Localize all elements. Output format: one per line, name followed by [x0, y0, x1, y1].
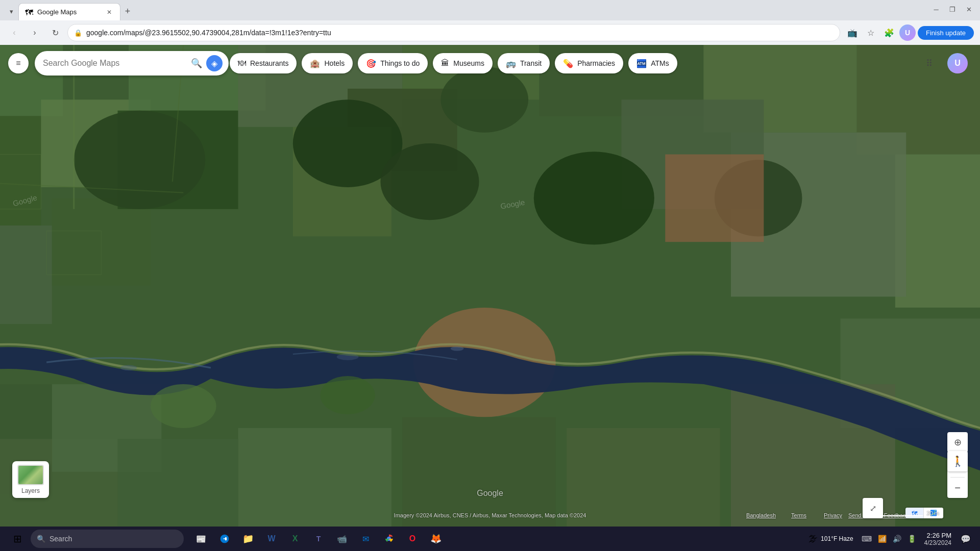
- google-watermark: Google: [477, 489, 503, 498]
- bangladesh-link[interactable]: Bangladesh: [746, 512, 776, 518]
- pharmacies-label: Pharmacies: [577, 59, 615, 67]
- location-button[interactable]: ⊕: [947, 432, 968, 453]
- svg-point-41: [151, 384, 216, 428]
- finish-update-button[interactable]: Finish update: [918, 26, 974, 40]
- taskbar-search[interactable]: 🔍 Search: [31, 530, 184, 548]
- privacy-link[interactable]: Privacy: [824, 512, 842, 518]
- taskbar-teams[interactable]: T: [307, 528, 330, 550]
- layers-label: Layers: [21, 487, 40, 494]
- restaurants-icon: 🍽: [238, 59, 246, 68]
- taskbar-widgets[interactable]: 📰: [190, 528, 212, 550]
- tray-volume[interactable]: 🔊: [891, 533, 903, 545]
- nav-bar: ‹ › ↻ 🔒 google.com/maps/@23.9615502,90.4…: [0, 20, 980, 45]
- map-container[interactable]: Google Google ≡ 🔍 ◈: [0, 45, 980, 527]
- pegman-button[interactable]: 🚶: [947, 451, 968, 471]
- bookmark-button[interactable]: ☆: [863, 24, 879, 41]
- scale-line: [882, 515, 923, 516]
- extensions-button[interactable]: 🧩: [881, 24, 897, 41]
- categories-bar: 🍽 Restaurants 🏨 Hotels 🎯 Things to do 🏛 …: [230, 53, 677, 73]
- clock-widget[interactable]: 2:26 PM 4/23/2024: [920, 530, 955, 548]
- weather-icon: 🌫: [808, 534, 818, 544]
- browser-frame: ▾ 🗺 Google Maps ✕ + ─ ❐ ✕ ‹ › ↻ 🔒 google…: [0, 0, 980, 551]
- reload-button[interactable]: ↻: [47, 24, 63, 41]
- profile-avatar[interactable]: U: [899, 24, 916, 41]
- taskbar-mail[interactable]: ✉: [354, 528, 377, 550]
- taskbar-edge[interactable]: [213, 528, 236, 550]
- tab-list-button[interactable]: ▾: [4, 4, 18, 18]
- clock-date: 4/23/2024: [924, 539, 951, 546]
- scale-bar: 20 m: [882, 510, 939, 516]
- tray-battery[interactable]: 🔋: [905, 533, 918, 545]
- minimize-button[interactable]: ─: [929, 2, 943, 16]
- svg-rect-24: [665, 155, 764, 242]
- transit-button[interactable]: 🚌 Transit: [498, 53, 550, 73]
- svg-point-18: [74, 111, 205, 209]
- things-to-do-label: Things to do: [380, 59, 420, 67]
- tab-close-button[interactable]: ✕: [105, 8, 114, 17]
- pharmacies-button[interactable]: 💊 Pharmacies: [555, 53, 623, 73]
- museums-icon: 🏛: [441, 59, 449, 68]
- transit-icon: 🚌: [506, 59, 516, 68]
- maps-search-bar[interactable]: 🔍 ◈: [35, 51, 229, 76]
- atms-icon: 🏧: [636, 59, 647, 68]
- tray-icons: ⌨ 📶 🔊 🔋: [860, 533, 918, 545]
- address-bar[interactable]: 🔒 google.com/maps/@23.9615502,90.4739004…: [67, 24, 840, 41]
- expand-map-button[interactable]: ⤢: [863, 498, 883, 518]
- new-tab-button[interactable]: +: [120, 4, 135, 18]
- close-button[interactable]: ✕: [962, 2, 976, 16]
- things-to-do-button[interactable]: 🎯 Things to do: [358, 53, 428, 73]
- museums-button[interactable]: 🏛 Museums: [433, 53, 493, 73]
- lock-icon: 🔒: [74, 29, 82, 37]
- active-tab[interactable]: 🗺 Google Maps ✕: [18, 3, 120, 20]
- taskbar-meet[interactable]: 📹: [331, 528, 353, 550]
- layers-thumbnail: [17, 465, 44, 485]
- taskbar-icons: 📰 📁 W X T 📹 ✉ O 🦊: [190, 528, 447, 550]
- nav-bar-right: 📺 ☆ 🧩 U Finish update: [844, 24, 974, 41]
- zoom-out-button[interactable]: −: [947, 478, 968, 498]
- notification-button[interactable]: 💬: [958, 531, 974, 547]
- restaurants-label: Restaurants: [250, 59, 288, 67]
- start-button[interactable]: ⊞: [6, 528, 29, 550]
- taskbar-excel[interactable]: X: [284, 528, 306, 550]
- terms-link[interactable]: Terms: [791, 512, 806, 518]
- scale-label: 20 m: [927, 510, 939, 516]
- cast-button[interactable]: 📺: [844, 24, 861, 41]
- maps-menu-button[interactable]: ≡: [8, 53, 29, 73]
- taskbar-firefox[interactable]: 🦊: [425, 528, 447, 550]
- pharmacies-icon: 💊: [563, 59, 573, 68]
- tab-bar-left: ▾: [4, 4, 18, 20]
- tab-bar: ▾ 🗺 Google Maps ✕ + ─ ❐ ✕: [0, 0, 980, 20]
- restaurants-button[interactable]: 🍽 Restaurants: [230, 53, 297, 73]
- atms-button[interactable]: 🏧 ATMs: [628, 53, 677, 73]
- maps-search-input[interactable]: [43, 59, 187, 68]
- system-tray: 🌫 101°F Haze ⌨ 📶 🔊 🔋 2:26 PM 4/23/2024 💬: [804, 530, 974, 548]
- taskbar-opera[interactable]: O: [401, 528, 424, 550]
- svg-rect-34: [238, 428, 391, 527]
- tab-title: Google Maps: [37, 8, 101, 16]
- map-background: Google Google: [0, 45, 980, 527]
- maps-search-icon[interactable]: 🔍: [191, 58, 202, 69]
- taskbar-search-icon: 🔍: [37, 535, 45, 543]
- clock-time: 2:26 PM: [927, 532, 951, 539]
- weather-widget[interactable]: 🌫 101°F Haze: [804, 532, 857, 546]
- taskbar-search-text: Search: [50, 535, 72, 543]
- svg-point-42: [320, 376, 375, 414]
- restore-button[interactable]: ❐: [945, 2, 960, 16]
- back-button[interactable]: ‹: [6, 24, 22, 41]
- maps-apps-button[interactable]: ⠿: [919, 53, 939, 73]
- forward-button[interactable]: ›: [27, 24, 43, 41]
- tray-wifi[interactable]: 📶: [876, 533, 889, 545]
- svg-point-22: [534, 152, 654, 244]
- taskbar-explorer[interactable]: 📁: [237, 528, 259, 550]
- maps-profile-button[interactable]: U: [947, 53, 968, 73]
- tray-keyboard[interactable]: ⌨: [860, 533, 874, 545]
- maps-directions-icon[interactable]: ◈: [206, 55, 223, 71]
- layers-button[interactable]: Layers: [12, 461, 49, 498]
- map-copyright: Imagery ©2024 Airbus, CNES / Airbus, Max…: [394, 512, 586, 518]
- taskbar-chrome[interactable]: [378, 528, 400, 550]
- things-to-do-icon: 🎯: [366, 59, 376, 68]
- taskbar-word[interactable]: W: [260, 528, 283, 550]
- svg-rect-33: [402, 417, 555, 527]
- svg-point-38: [120, 365, 137, 371]
- hotels-button[interactable]: 🏨 Hotels: [302, 53, 353, 73]
